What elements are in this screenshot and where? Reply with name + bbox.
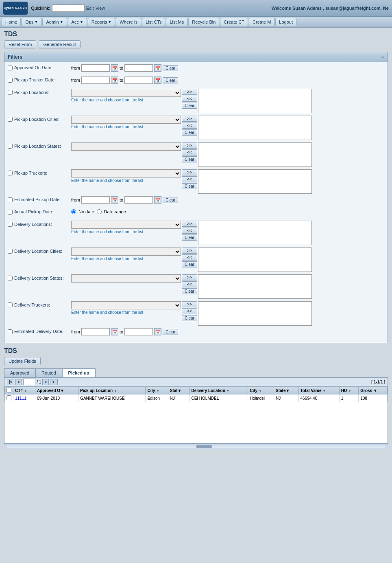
nav-ops[interactable]: Ops▼	[22, 18, 41, 26]
estimated-delivery-date-from-input[interactable]	[81, 328, 110, 335]
delivery-truckers-selected[interactable]	[198, 301, 312, 326]
pickup-truckers-select[interactable]	[71, 169, 181, 177]
delivery-truckers-back-button[interactable]: <<	[182, 308, 197, 314]
filter-estimated-pickup-date-checkbox[interactable]	[8, 197, 13, 202]
tab-picked-up[interactable]: Picked up	[62, 368, 96, 377]
delivery-location-states-back-button[interactable]: <<	[182, 281, 197, 287]
pickup-trucker-date-to-cal[interactable]: 📅	[154, 77, 161, 84]
delivery-location-cities-select[interactable]	[71, 248, 181, 256]
grid-col-total-value[interactable]: Total Value ▼	[298, 387, 339, 394]
nav-acc[interactable]: Acc▼	[68, 18, 87, 26]
delivery-location-states-forward-button[interactable]: >>	[182, 274, 197, 280]
filter-actual-pickup-date-checkbox[interactable]	[8, 210, 13, 215]
delivery-locations-forward-button[interactable]: >>	[182, 221, 197, 227]
filter-delivery-truckers-checkbox[interactable]	[8, 302, 13, 307]
filter-approved-on-date-checkbox[interactable]	[8, 66, 13, 70]
grid-col-delivery-location[interactable]: Delivery Location ▼	[189, 387, 248, 394]
delivery-location-cities-selected[interactable]	[198, 248, 312, 272]
filters-collapse-button[interactable]: −	[381, 54, 384, 60]
pickup-locations-select[interactable]	[71, 89, 181, 97]
horizontal-scrollbar[interactable]	[4, 443, 388, 449]
filter-pickup-locations-checkbox[interactable]	[8, 90, 13, 95]
filter-pickup-truckers-checkbox[interactable]	[8, 171, 13, 175]
pickup-locations-forward-button[interactable]: >>	[182, 89, 197, 95]
delivery-location-states-selected[interactable]	[198, 274, 312, 299]
nav-list-cts[interactable]: List CTs	[142, 18, 165, 26]
approved-on-date-to-input[interactable]	[124, 64, 153, 72]
filter-delivery-location-cities-checkbox[interactable]	[8, 249, 13, 254]
pickup-truckers-forward-button[interactable]: >>	[182, 169, 197, 175]
pickup-locations-selected[interactable]	[198, 89, 312, 113]
delivery-location-states-select[interactable]	[71, 274, 181, 283]
pickup-location-states-back-button[interactable]: <<	[182, 149, 197, 156]
pickup-truckers-selected[interactable]	[198, 169, 312, 194]
nav-recycle-bin[interactable]: Recycle Bin	[188, 18, 219, 26]
generate-result-button[interactable]: Generate Result	[39, 40, 80, 48]
filter-pickup-location-states-checkbox[interactable]	[8, 144, 13, 149]
reset-form-button[interactable]: Reset Form	[4, 40, 36, 48]
delivery-truckers-clear-button[interactable]: Clear	[182, 315, 197, 321]
pager-next-button[interactable]: >	[42, 379, 49, 385]
pickup-location-states-select[interactable]	[71, 142, 181, 151]
estimated-pickup-date-to-cal[interactable]: 📅	[154, 196, 161, 204]
nav-list-ms[interactable]: List Ms	[166, 18, 187, 26]
grid-col-ct[interactable]: CT# ▼	[13, 387, 35, 394]
delivery-location-cities-back-button[interactable]: <<	[182, 254, 197, 261]
grid-col-delivery-city[interactable]: City ▼	[248, 387, 274, 394]
pickup-truckers-back-button[interactable]: <<	[182, 176, 197, 182]
actual-pickup-date-date-range-radio[interactable]	[97, 209, 102, 214]
grid-col-delivery-state[interactable]: State▼	[274, 387, 299, 394]
estimated-delivery-date-to-cal[interactable]: 📅	[154, 328, 161, 335]
pickup-location-cities-selected[interactable]	[198, 116, 312, 140]
actual-pickup-date-no-date-radio[interactable]	[71, 209, 76, 214]
delivery-truckers-select[interactable]	[71, 301, 181, 309]
grid-col-hu[interactable]: HU ▼	[339, 387, 359, 394]
pickup-location-cities-forward-button[interactable]: >>	[182, 116, 197, 122]
delivery-truckers-forward-button[interactable]: >>	[182, 301, 197, 307]
tab-approved[interactable]: Approved	[4, 368, 35, 377]
nav-admin[interactable]: Admin▼	[42, 18, 67, 26]
delivery-location-cities-forward-button[interactable]: >>	[182, 248, 197, 254]
pickup-locations-back-button[interactable]: <<	[182, 96, 197, 102]
tab-routed[interactable]: Routed	[35, 368, 62, 377]
estimated-pickup-date-to-input[interactable]	[124, 196, 153, 204]
estimated-delivery-date-clear-button[interactable]: Clear	[163, 329, 178, 335]
nav-create-m[interactable]: Create M	[249, 18, 274, 26]
estimated-pickup-date-from-input[interactable]	[81, 196, 110, 204]
filter-delivery-locations-checkbox[interactable]	[8, 222, 13, 227]
pickup-location-states-forward-button[interactable]: >>	[182, 142, 197, 149]
pickup-trucker-date-from-cal[interactable]: 📅	[111, 77, 118, 84]
update-fields-button[interactable]: Update Fields	[4, 357, 41, 365]
estimated-pickup-date-from-cal[interactable]: 📅	[111, 196, 118, 204]
filter-pickup-trucker-date-checkbox[interactable]	[8, 78, 13, 83]
approved-on-date-from-input[interactable]	[81, 64, 110, 72]
pickup-truckers-clear-button[interactable]: Clear	[182, 183, 197, 189]
pickup-locations-clear-button[interactable]: Clear	[182, 103, 197, 109]
pager-prev-button[interactable]: <	[15, 379, 22, 385]
nav-where-is[interactable]: Where Is	[116, 18, 141, 26]
estimated-delivery-date-from-cal[interactable]: 📅	[111, 328, 118, 335]
filter-estimated-delivery-date-checkbox[interactable]	[8, 329, 13, 334]
row-ct-link[interactable]: 11111	[15, 396, 26, 401]
view-link[interactable]: View	[96, 6, 105, 11]
delivery-location-cities-clear-button[interactable]: Clear	[182, 261, 197, 267]
nav-logout[interactable]: Logout	[275, 18, 296, 26]
page-number-input[interactable]: 1	[23, 379, 35, 385]
delivery-locations-select[interactable]	[71, 221, 181, 229]
edit-link[interactable]: Edit	[86, 6, 94, 11]
pickup-location-cities-back-button[interactable]: <<	[182, 123, 197, 129]
delivery-location-states-clear-button[interactable]: Clear	[182, 288, 197, 294]
delivery-locations-back-button[interactable]: <<	[182, 228, 197, 234]
scrollbar-thumb[interactable]	[196, 445, 212, 448]
quicklink-input[interactable]	[52, 4, 85, 12]
approved-on-date-from-cal[interactable]: 📅	[111, 64, 118, 72]
pickup-location-states-clear-button[interactable]: Clear	[182, 156, 197, 162]
filter-delivery-location-states-checkbox[interactable]	[8, 276, 13, 280]
pickup-trucker-date-clear-button[interactable]: Clear	[163, 77, 178, 83]
nav-reports[interactable]: Reports▼	[88, 18, 115, 26]
filter-pickup-location-cities-checkbox[interactable]	[8, 117, 13, 122]
nav-create-ct[interactable]: Create CT	[220, 18, 248, 26]
delivery-locations-selected[interactable]	[198, 221, 312, 245]
delivery-locations-clear-button[interactable]: Clear	[182, 234, 197, 241]
grid-select-all-checkbox[interactable]	[7, 388, 11, 392]
